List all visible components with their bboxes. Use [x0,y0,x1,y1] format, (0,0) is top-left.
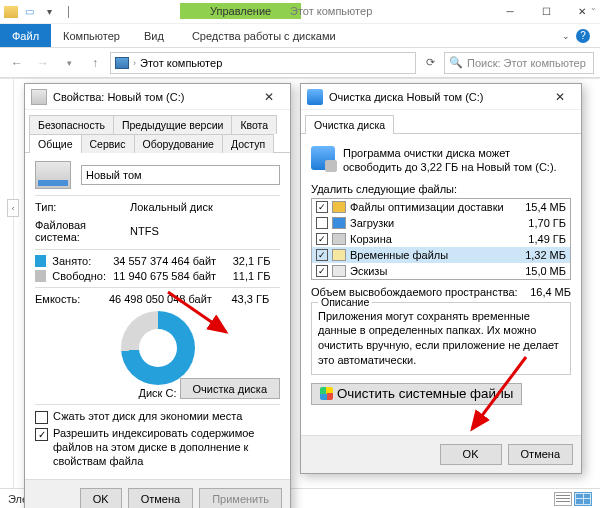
tab-access[interactable]: Доступ [222,134,274,153]
cleanup-file-list[interactable]: Файлы оптимизации доставки15,4 МБЗагрузк… [311,198,571,280]
tab-previous-versions[interactable]: Предыдущие версии [113,115,232,134]
address-dropdown-icon[interactable]: ⌄ [590,3,597,12]
breadcrumb-location[interactable]: Этот компьютер [140,57,222,69]
volume-name-input[interactable]: Новый том [81,165,280,185]
file-list-row[interactable]: Файлы оптимизации доставки15,4 МБ [312,199,570,215]
description-group: Описание Приложения могут сохранять врем… [311,302,571,375]
free-gb: 11,1 ГБ [233,270,280,282]
tab-cleanup[interactable]: Очистка диска [305,115,394,134]
file-size: 1,32 МБ [516,249,566,261]
properties-tabs: Безопасность Предыдущие версии Квота Общ… [25,110,290,153]
tab-security[interactable]: Безопасность [29,115,114,134]
file-name: Файлы оптимизации доставки [350,201,512,213]
breadcrumb-chevron-icon[interactable]: › [133,58,136,68]
minimize-button[interactable]: ─ [492,0,528,24]
file-icon [332,201,346,213]
tab-quota[interactable]: Квота [231,115,277,134]
file-name: Временные файлы [350,249,512,261]
used-swatch [35,255,46,267]
file-list-row[interactable]: Загрузки1,70 ГБ [312,215,570,231]
file-checkbox[interactable] [316,233,328,245]
file-checkbox[interactable] [316,249,328,261]
properties-apply-button[interactable]: Применить [199,488,282,508]
tab-file[interactable]: Файл [0,24,51,47]
address-row: ← → ▾ ↑ › Этот компьютер ⌄ ⟳ 🔍 Поиск: Эт… [0,48,600,78]
compress-checkbox[interactable] [35,411,48,424]
file-checkbox[interactable] [316,217,328,229]
capacity-label: Емкость: [35,293,103,305]
view-tiles-icon[interactable] [574,492,592,506]
fs-value: NTFS [130,225,159,237]
file-icon [332,233,346,245]
help-icon[interactable]: ? [576,29,590,43]
search-icon: 🔍 [449,56,463,69]
file-list-row[interactable]: Корзина1,49 ГБ [312,231,570,247]
tab-general[interactable]: Общие [29,134,82,153]
cleanup-info-text: Программа очистки диска может освободить… [343,146,571,175]
maximize-button[interactable]: ☐ [528,0,564,24]
nav-forward-icon: → [32,52,54,74]
cleanup-tabs: Очистка диска [301,110,581,134]
cleanup-ok-button[interactable]: OK [440,444,502,465]
used-gb: 32,1 ГБ [233,255,280,267]
window-title: Этот компьютер [290,5,372,17]
tab-view[interactable]: Вид [132,24,176,47]
search-input[interactable]: 🔍 Поиск: Этот компьютер [444,52,594,74]
tab-drive-tools[interactable]: Средства работы с дисками [180,24,348,47]
shield-icon [320,387,333,400]
cleanup-close-icon[interactable]: ✕ [545,90,575,104]
quick-access-toolbar: ▭ ▾ │ [0,3,82,21]
tab-computer[interactable]: Компьютер [51,24,132,47]
nav-back-icon[interactable]: ← [6,52,28,74]
qat-separator: │ [60,3,78,21]
properties-dialog: Свойства: Новый том (C:) ✕ Безопасность … [24,83,291,508]
refresh-icon[interactable]: ⟳ [420,56,440,69]
nav-recent-icon[interactable]: ▾ [58,52,80,74]
properties-cancel-button[interactable]: Отмена [128,488,193,508]
usage-chart [121,311,195,385]
cleanup-cancel-button[interactable]: Отмена [508,444,573,465]
properties-close-icon[interactable]: ✕ [254,90,284,104]
type-value: Локальный диск [130,201,213,213]
file-size: 15,0 МБ [516,265,566,277]
file-checkbox[interactable] [316,265,328,277]
cleanup-title: Очистка диска Новый том (C:) [329,91,483,103]
cleanup-title-icon [307,89,323,105]
file-name: Корзина [350,233,512,245]
freeable-value: 16,4 МБ [530,286,571,298]
disk-cleanup-button[interactable]: Очистка диска [180,378,280,399]
used-bytes: 34 557 374 464 байт [113,255,227,267]
properties-titlebar[interactable]: Свойства: Новый том (C:) ✕ [25,84,290,110]
file-list-row[interactable]: Временные файлы1,32 МБ [312,247,570,263]
volume-icon [35,161,71,189]
tab-service[interactable]: Сервис [81,134,135,153]
nav-pane-collapse-icon[interactable]: ‹ [7,199,19,217]
delete-files-label: Удалить следующие файлы: [311,183,571,195]
description-legend: Описание [318,296,372,308]
compress-label: Сжать этот диск для экономии места [53,410,242,422]
properties-ok-button[interactable]: OK [80,488,122,508]
capacity-gb: 43,3 ГБ [231,293,280,305]
cleanup-dialog: Очистка диска Новый том (C:) ✕ Очистка д… [300,83,582,474]
address-bar[interactable]: › Этот компьютер ⌄ [110,52,416,74]
view-details-icon[interactable] [554,492,572,506]
clean-system-files-button[interactable]: Очистить системные файлы [311,383,522,405]
nav-up-icon[interactable]: ↑ [84,52,106,74]
fs-label: Файловая система: [35,219,130,243]
tab-hardware[interactable]: Оборудование [134,134,223,153]
properties-title: Свойства: Новый том (C:) [53,91,184,103]
ribbon-right: ⌄ ? [562,24,600,47]
free-swatch [35,270,46,282]
index-checkbox[interactable] [35,428,48,441]
properties-buttons: OK Отмена Применить [25,479,290,508]
qat-dropdown-icon[interactable]: ▾ [40,3,58,21]
cleanup-titlebar[interactable]: Очистка диска Новый том (C:) ✕ [301,84,581,110]
cleanup-buttons: OK Отмена [301,435,581,473]
ribbon-expand-icon[interactable]: ⌄ [562,31,570,41]
file-checkbox[interactable] [316,201,328,213]
cleanup-body: Программа очистки диска может освободить… [301,134,581,435]
free-label: Свободно: [52,270,107,282]
search-placeholder: Поиск: Этот компьютер [467,57,586,69]
properties-qat-icon[interactable]: ▭ [20,3,38,21]
file-list-row[interactable]: Эскизы15,0 МБ [312,263,570,279]
